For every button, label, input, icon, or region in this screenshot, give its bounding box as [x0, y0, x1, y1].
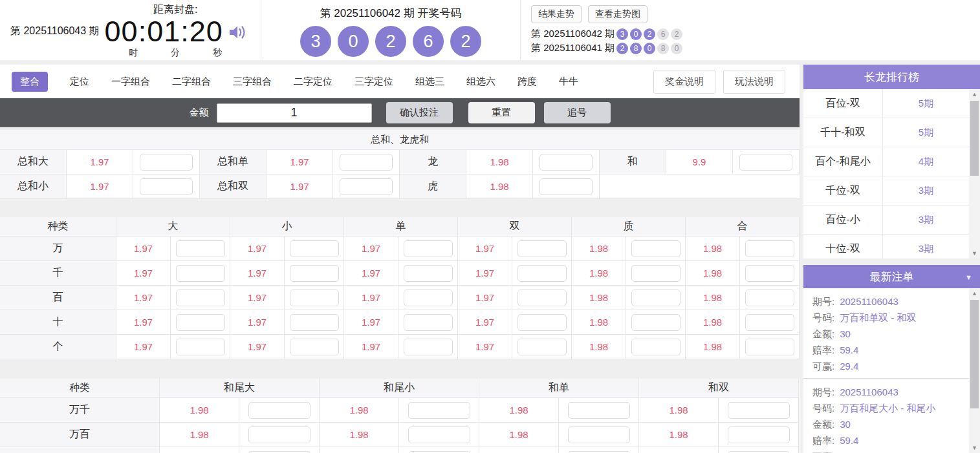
tab-sanzi-dingwei[interactable]: 三字定位: [354, 76, 393, 88]
amount-input[interactable]: [217, 103, 372, 123]
bet-amount-input[interactable]: [631, 265, 681, 282]
bet-amount-input[interactable]: [517, 314, 567, 331]
tab-sanzi-zuhe[interactable]: 三字组合: [233, 76, 272, 88]
bet-amount-input[interactable]: [728, 427, 790, 443]
bet-amount-input[interactable]: [404, 265, 453, 282]
bet-amount-input[interactable]: [539, 154, 593, 171]
bet-amount-input[interactable]: [745, 290, 794, 306]
bet-amount-input[interactable]: [739, 154, 792, 171]
bet-amount-input[interactable]: [248, 427, 310, 443]
bet-amount-input[interactable]: [340, 178, 393, 195]
bet-amount-input[interactable]: [248, 402, 310, 419]
scrollbar[interactable]: ▲ ▼: [969, 89, 980, 258]
column-header: 和双: [639, 379, 799, 398]
view-trend-chart-button[interactable]: 查看走势图: [588, 5, 648, 23]
bet-field-value: 万百和单双 - 和双: [840, 310, 916, 326]
tab-zuxuan-liu[interactable]: 组选六: [466, 76, 495, 88]
tab-erzi-zuhe[interactable]: 二字组合: [172, 76, 211, 88]
bet-amount-input[interactable]: [745, 314, 794, 331]
tab-dingwei[interactable]: 定位: [70, 76, 89, 88]
tab-zhenghe[interactable]: 整合: [12, 72, 48, 92]
ranking-row: 百位-双5期: [803, 89, 980, 118]
bet-amount-input[interactable]: [517, 339, 567, 355]
tab-erzi-dingwei[interactable]: 二字定位: [294, 76, 332, 88]
bet-field-value: 29.4: [840, 448, 858, 453]
bet-amount-input[interactable]: [404, 290, 453, 306]
bet-amount-input[interactable]: [745, 240, 794, 257]
bet-amount-input[interactable]: [408, 427, 470, 443]
bet-amount-input[interactable]: [290, 339, 339, 355]
ranking-name: 十位-双: [803, 235, 883, 258]
scroll-up-icon[interactable]: ▲: [969, 288, 980, 299]
bet-field-label: 赔率:: [812, 342, 834, 358]
bet-amount-input[interactable]: [176, 290, 225, 306]
bet-amount-input[interactable]: [340, 154, 393, 171]
odds-value: 1.98: [320, 398, 399, 423]
scrollbar-thumb[interactable]: [970, 101, 979, 176]
bet-amount-input[interactable]: [631, 339, 681, 355]
bet-field-label: 可赢:: [812, 448, 834, 453]
chase-number-button[interactable]: 追号: [544, 102, 611, 123]
bet-amount-input[interactable]: [290, 314, 339, 331]
bet-amount-input[interactable]: [404, 339, 453, 355]
scroll-up-icon[interactable]: ▲: [969, 89, 980, 100]
bet-amount-input[interactable]: [568, 451, 630, 453]
dragon-ranking-panel: 长龙排行榜 百位-双5期千十-和双5期百个-和尾小4期千位-双3期百位-小3期十…: [803, 65, 980, 258]
bet-amount-input[interactable]: [631, 240, 681, 257]
bet-amount-input[interactable]: [745, 339, 794, 355]
bet-amount-input[interactable]: [176, 265, 225, 282]
bet-amount-input[interactable]: [539, 178, 593, 195]
bet-amount-input[interactable]: [517, 265, 567, 282]
odds-value: 1.97: [458, 261, 512, 286]
bet-amount-input[interactable]: [176, 240, 225, 257]
ranking-name: 千位-双: [803, 176, 883, 205]
speaker-icon[interactable]: [228, 24, 246, 43]
bet-amount-input[interactable]: [140, 154, 193, 171]
bet-amount-input[interactable]: [176, 314, 225, 331]
bet-amount-input[interactable]: [745, 265, 794, 282]
bet-amount-input[interactable]: [568, 402, 630, 419]
odds-value: 1.97: [230, 310, 285, 335]
results-trend-button[interactable]: 结果走势: [531, 5, 582, 23]
bet-amount-input[interactable]: [404, 314, 453, 331]
draw-ball: 3: [300, 26, 331, 57]
bet-amount-input[interactable]: [290, 290, 339, 306]
rules-info-button[interactable]: 玩法说明: [723, 70, 785, 94]
odds-value: 1.97: [344, 286, 398, 310]
bet-amount-input[interactable]: [408, 402, 470, 419]
bet-amount-input[interactable]: [568, 427, 630, 443]
bet-amount-input[interactable]: [631, 314, 681, 331]
table-row: 总和小1.97总和双1.97虎1.98: [0, 174, 800, 199]
bet-amount-input[interactable]: [408, 451, 470, 453]
bet-amount-input[interactable]: [404, 240, 453, 257]
bet-amount-input[interactable]: [176, 339, 225, 355]
scroll-down-icon[interactable]: ▼: [969, 248, 980, 258]
odds-value: 1.98: [572, 261, 626, 286]
odds-value: 1.97: [116, 310, 171, 335]
tab-kuadu[interactable]: 跨度: [517, 76, 537, 88]
bet-amount-input[interactable]: [290, 265, 339, 282]
bet-amount-input[interactable]: [728, 451, 790, 453]
bet-amount-input[interactable]: [290, 240, 339, 257]
history-ball: 6: [657, 28, 669, 40]
scroll-down-icon[interactable]: ▼: [969, 443, 980, 453]
bet-amount-input[interactable]: [728, 402, 790, 419]
bet-amount-input[interactable]: [248, 451, 310, 453]
scrollbar[interactable]: ▲ ▼: [969, 288, 980, 453]
collapse-icon[interactable]: ▼: [965, 273, 972, 281]
tab-zuxuan-san[interactable]: 组选三: [415, 76, 444, 88]
tab-yizi-zuhe[interactable]: 一字组合: [111, 76, 150, 88]
bet-field: 金额:30: [812, 326, 969, 342]
bet-amount-input[interactable]: [140, 178, 193, 195]
odds-value: 1.98: [572, 286, 626, 310]
confirm-bet-button[interactable]: 确认投注: [386, 102, 453, 123]
tab-niuniu[interactable]: 牛牛: [559, 76, 578, 88]
table-row: 千1.971.971.971.971.981.98: [0, 261, 800, 286]
scrollbar-thumb[interactable]: [970, 300, 979, 408]
reset-button[interactable]: 重置: [468, 102, 535, 123]
bet-amount-input[interactable]: [517, 240, 567, 257]
bet-toolbar: 金额 确认投注重置追号: [0, 98, 800, 127]
prize-info-button[interactable]: 奖金说明: [653, 70, 715, 94]
bet-amount-input[interactable]: [631, 290, 681, 306]
bet-amount-input[interactable]: [517, 290, 567, 306]
